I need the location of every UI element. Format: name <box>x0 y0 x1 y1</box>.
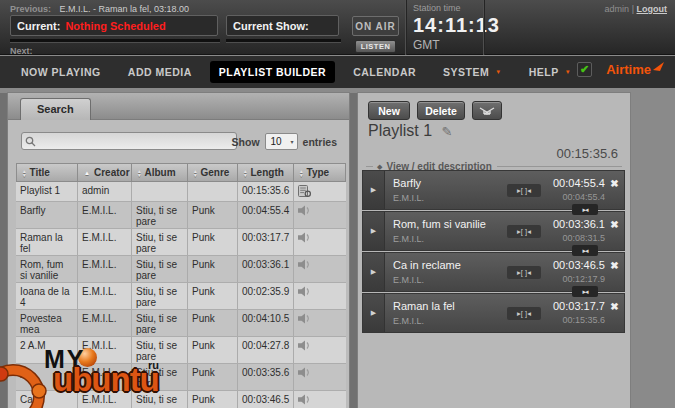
cell-creator: E.M.I.L. <box>78 229 132 255</box>
listen-button[interactable]: LISTEN <box>355 40 396 53</box>
table-row[interactable]: Rom, fum si vanilieE.M.I.L.Stiu, ti se p… <box>16 256 346 283</box>
table-row[interactable]: yE.M.I.L.Stiu, ti se pare absurdPunk00:0… <box>16 364 346 391</box>
item-times: 00:03:17.700:15:35.6 <box>541 294 605 332</box>
cell-title: Ca in reclame <box>16 391 78 408</box>
remove-item-button[interactable]: ✖ <box>605 294 624 332</box>
table-row[interactable]: Povestea meaE.M.I.L.Stiu, ti se pare abs… <box>16 310 346 337</box>
audio-file-icon <box>294 229 346 255</box>
cell-creator: E.M.I.L. <box>78 364 132 390</box>
audio-file-icon <box>294 283 346 309</box>
nav-item-label: CALENDAR <box>353 66 416 78</box>
column-label: Album <box>145 167 176 178</box>
play-button[interactable]: ▶ <box>363 294 385 332</box>
edit-name-pencil-icon[interactable]: ✎ <box>441 124 452 139</box>
playlist-item[interactable]: ▶Raman la felE.M.I.L.▸[ ]◂00:03:17.700:1… <box>362 293 625 333</box>
item-info: BarflyE.M.I.L. <box>385 171 507 209</box>
cell-album: Stiu, ti se pare absurd <box>132 337 188 363</box>
cell-genre: Punk <box>188 202 238 228</box>
nav-item-calendar[interactable]: CALENDAR <box>344 61 425 83</box>
play-button[interactable]: ▶ <box>363 171 385 209</box>
column-header-length[interactable]: ▴▾Length <box>238 163 294 181</box>
cell-creator: admin <box>78 182 132 201</box>
table-row[interactable]: BarflyE.M.I.L.Stiu, ti se pare absurdPun… <box>16 202 346 229</box>
delete-playlist-button[interactable]: Delete <box>417 101 465 120</box>
sort-down-glyph: ▾ <box>244 173 247 177</box>
remove-item-button[interactable]: ✖ <box>605 212 624 250</box>
airtime-app: Previous: E.M.I.L. - Raman la fel, 03:18… <box>0 0 675 408</box>
logout-link[interactable]: Logout <box>637 4 668 14</box>
cell-length: 00:03:35.6 <box>238 364 294 390</box>
cell-genre: Punk <box>188 229 238 255</box>
fade-in-out-badge[interactable]: ▸[ ]◂ <box>507 307 541 320</box>
remove-item-button[interactable]: ✖ <box>605 253 624 291</box>
sort-down-glyph: ▾ <box>194 173 197 177</box>
cell-album <box>132 182 188 201</box>
playlist-panel: New Delete Playlist 1 ✎ 00:15:35.6 ◆ Vie… <box>358 93 630 408</box>
remove-item-button[interactable]: ✖ <box>605 171 624 209</box>
page-size-select[interactable]: 10 ▾ <box>265 133 298 150</box>
fade-in-out-badge[interactable]: ▸[ ]◂ <box>507 184 541 197</box>
cell-creator: E.M.I.L. <box>78 202 132 228</box>
playlist-toolbar: New Delete <box>368 101 502 120</box>
cell-genre: Punk <box>188 256 238 282</box>
table-row[interactable]: Ioana de la 4E.M.I.L.Stiu, ti se pare ab… <box>16 283 346 310</box>
previous-track-value: E.M.I.L. - Raman la fel, 03:18.00 <box>60 4 190 14</box>
crossfade-badge[interactable]: ▸◂ <box>572 245 598 256</box>
item-info: Raman la felE.M.I.L. <box>385 294 507 332</box>
fade-in-out-badge[interactable]: ▸[ ]◂ <box>507 266 541 279</box>
cell-album: Stiu, ti se pare absurd <box>132 256 188 282</box>
cell-genre <box>188 182 238 201</box>
item-info: Rom, fum si vanilieE.M.I.L. <box>385 212 507 250</box>
status-topbar: Previous: E.M.I.L. - Raman la fel, 03:18… <box>0 0 675 55</box>
cell-length: 00:02:35.9 <box>238 283 294 309</box>
table-row[interactable]: Ca in reclameE.M.I.L.Stiu, ti se pare ab… <box>16 391 346 408</box>
column-header-title[interactable]: ▴▾Title <box>16 163 78 181</box>
column-label: Length <box>251 167 284 178</box>
search-input[interactable] <box>21 132 237 150</box>
audio-file-icon <box>294 337 346 363</box>
new-playlist-button[interactable]: New <box>368 101 410 120</box>
nav-item-now-playing[interactable]: NOW PLAYING <box>12 61 110 83</box>
panel-divider[interactable] <box>349 93 358 408</box>
library-panel: Search Show 10 ▾ entries ▴▾Title▲Creator… <box>8 93 349 408</box>
table-row[interactable]: Playlist 1admin00:15:35.6 <box>16 182 346 202</box>
item-artist: E.M.I.L. <box>393 275 505 285</box>
cell-title: 2 A.M <box>16 337 78 363</box>
play-button[interactable]: ▶ <box>363 253 385 291</box>
crossfade-badge[interactable]: ▸◂ <box>572 204 598 215</box>
crossfade-badge[interactable]: ▸◂ <box>572 286 598 297</box>
table-header-row: ▴▾Title▲Creator▴▾Album▴▾Genre▴▾Length▴▾T… <box>16 163 346 182</box>
audio-file-icon <box>294 310 346 336</box>
sort-down-glyph: ▾ <box>300 173 303 177</box>
column-header-creator[interactable]: ▲Creator <box>78 163 132 181</box>
nav-item-help[interactable]: HELP▼ <box>520 61 580 83</box>
cell-creator: E.M.I.L. <box>78 283 132 309</box>
column-header-type[interactable]: ▴▾Type <box>294 163 346 181</box>
table-row[interactable]: Raman la felE.M.I.L.Stiu, ti se pare abs… <box>16 229 346 256</box>
crossfade-icon <box>479 106 495 116</box>
previous-label: Previous: <box>10 4 51 14</box>
cell-title: Rom, fum si vanilie <box>16 256 78 282</box>
tab-search[interactable]: Search <box>20 98 91 120</box>
item-title: Rom, fum si vanilie <box>393 218 505 230</box>
nav-item-label: NOW PLAYING <box>21 66 101 78</box>
cell-title: Ioana de la 4 <box>16 283 78 309</box>
item-cumulative-time: 00:04:55.4 <box>541 192 605 202</box>
library-tabbar: Search <box>8 93 349 120</box>
table-row[interactable]: 2 A.ME.M.I.L.Stiu, ti se pare absurdPunk… <box>16 337 346 364</box>
chevron-down-icon: ▼ <box>565 69 571 75</box>
column-header-genre[interactable]: ▴▾Genre <box>188 163 238 181</box>
cell-creator: E.M.I.L. <box>78 310 132 336</box>
show-label: Show <box>232 136 260 148</box>
cell-length: 00:04:10.5 <box>238 310 294 336</box>
select-caret-icon: ▾ <box>291 138 297 145</box>
cell-title: Playlist 1 <box>16 182 78 201</box>
column-header-album[interactable]: ▴▾Album <box>132 163 188 181</box>
play-button[interactable]: ▶ <box>363 212 385 250</box>
crossfade-tool-button[interactable] <box>472 101 502 120</box>
playlist-items: ▶BarflyE.M.I.L.▸[ ]◂00:04:55.400:04:55.4… <box>362 170 625 334</box>
nav-item-add-media[interactable]: ADD MEDIA <box>119 61 201 83</box>
nav-item-playlist-builder[interactable]: PLAYLIST BUILDER <box>210 61 335 83</box>
fade-in-out-badge[interactable]: ▸[ ]◂ <box>507 225 541 238</box>
nav-item-system[interactable]: SYSTEM▼ <box>434 61 511 83</box>
